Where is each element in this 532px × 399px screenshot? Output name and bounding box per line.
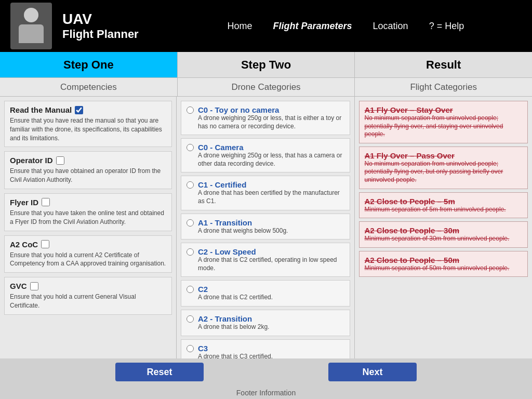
competency-name: A2 CoC [10,240,38,249]
footer-info: Footer Information [0,385,532,399]
brand-line2: Flight Planner [62,28,139,41]
subheader-drone: Drone Categories [177,78,355,96]
flight-name: A1 Fly Over – Stay Over [365,105,523,114]
main-content: Read the Manual Ensure that you have rea… [0,97,532,358]
competency-desc: Ensure that you hold a current A2 Certif… [10,251,166,269]
subheader-competencies: Competencies [0,78,177,96]
drone-desc: A drone that weighs below 500g. [198,227,288,235]
nav-help[interactable]: ? = Help [429,21,464,32]
drone-desc: A drone that is C2 certified. [198,294,273,302]
competency-title: Operator ID [10,156,166,165]
nav-flight-params[interactable]: Flight Parameters [273,21,352,32]
brand-line1: UAV [62,11,139,28]
drone-radio[interactable] [187,219,194,227]
drone-name: C0 - Camera [198,143,344,152]
competency-item: GVC Ensure that you hold a current Gener… [4,277,172,315]
flight-desc: Minimum separation of 5m from uninvolved… [365,206,523,214]
competency-title: A2 CoC [10,240,166,249]
competency-checkbox[interactable] [42,198,50,206]
step-one[interactable]: Step One [0,52,177,77]
drone-item: A1 - Transition A drone that weighs belo… [181,214,350,240]
competency-desc: Ensure that you have obtained an operato… [10,167,166,184]
drone-item: C3 A drone that is C3 certified. [181,339,350,358]
competency-item: Flyer ID Ensure that you have taken the … [4,193,172,231]
drone-radio[interactable] [187,315,194,323]
drone-name: C3 [198,344,273,353]
flight-desc: No minimum separation from uninvolved pe… [365,114,523,139]
step-two[interactable]: Step Two [178,52,355,77]
next-button[interactable]: Next [328,363,417,381]
footer-buttons: Reset Next [0,358,532,385]
flight-name: A2 Close to People – 30m [365,226,523,235]
competency-title: GVC [10,282,166,290]
drone-radio[interactable] [187,286,194,293]
competency-desc: Ensure that you have read the manual so … [10,116,166,142]
drone-name: C2 [198,285,273,294]
flight-name: A1 Fly Over – Pass Over [365,151,523,160]
drone-desc: A drone that is C3 certified. [198,353,273,358]
reset-button[interactable]: Reset [115,363,204,381]
competency-title: Read the Manual [10,105,166,114]
competency-name: Read the Manual [10,105,72,114]
drone-item: C2 A drone that is C2 certified. [181,280,350,307]
flight-item: A2 Close to People – 30m Minimum separat… [359,221,528,248]
flight-desc: No minimum separation from uninvolved pe… [365,160,523,184]
competency-checkbox[interactable] [56,156,64,165]
competency-checkbox[interactable] [41,240,49,248]
flight-desc: Minimum separation of 30m from uninvolve… [365,235,523,243]
drone-name: A2 - Transition [198,314,269,323]
drone-desc: A drone weighing 250g or less, that has … [198,152,344,168]
flight-item: A1 Fly Over – Pass Over No minimum separ… [359,147,528,189]
flight-name: A2 Close to People – 50m [365,256,523,264]
drone-item: C2 - Low Speed A drone that is C2 certif… [181,243,350,277]
drone-radio[interactable] [187,181,194,189]
header: UAV Flight Planner Home Flight Parameter… [0,0,532,52]
competency-name: GVC [10,282,27,290]
drone-radio[interactable] [187,248,194,256]
subheader-flight: Flight Categories [354,78,532,96]
competency-desc: Ensure that you have taken the online te… [10,209,166,227]
flight-item: A2 Close to People – 5m Minimum separati… [359,192,528,219]
competency-name: Operator ID [10,156,53,165]
drone-item: C0 - Toy or no camera A drone weighing 2… [181,101,350,135]
competency-checkbox[interactable] [30,282,38,290]
drone-name: A1 - Transition [198,218,288,227]
flight-desc: Minimum separation of 50m from uninvolve… [365,264,523,273]
drone-column: C0 - Toy or no camera A drone weighing 2… [177,97,355,358]
competency-item: Operator ID Ensure that you have obtaine… [4,151,172,189]
drone-desc: A drone that is below 2kg. [198,323,269,331]
brand: UAV Flight Planner [62,11,139,41]
drone-item: C0 - Camera A drone weighing 250g or les… [181,138,350,172]
competency-item: A2 CoC Ensure that you hold a current A2… [4,235,172,273]
competencies-column: Read the Manual Ensure that you have rea… [0,97,177,358]
drone-desc: A drone weighing 250g or less, that is e… [198,114,344,130]
drone-desc: A drone that is C2 certified, operating … [198,256,344,272]
subheader: Competencies Drone Categories Flight Cat… [0,78,532,97]
steps-bar: Step One Step Two Result [0,52,532,78]
drone-radio[interactable] [187,107,194,114]
nav: Home Flight Parameters Location ? = Help [170,21,522,32]
avatar [10,3,52,49]
drone-desc: A drone that has been certified by the m… [198,189,344,205]
competency-title: Flyer ID [10,198,166,207]
competency-desc: Ensure that you hold a current General V… [10,292,166,310]
drone-radio[interactable] [187,345,194,352]
nav-home[interactable]: Home [228,21,252,32]
drone-item: A2 - Transition A drone that is below 2k… [181,310,350,336]
nav-location[interactable]: Location [373,21,408,32]
flight-column: A1 Fly Over – Stay Over No minimum separ… [355,97,533,358]
drone-name: C0 - Toy or no camera [198,105,344,114]
drone-radio[interactable] [187,144,194,151]
drone-name: C1 - Certified [198,180,344,189]
flight-item: A1 Fly Over – Stay Over No minimum separ… [359,101,528,143]
flight-name: A2 Close to People – 5m [365,197,523,206]
step-result[interactable]: Result [355,52,532,77]
competency-item: Read the Manual Ensure that you have rea… [4,101,172,147]
competency-checkbox[interactable] [75,106,83,114]
drone-name: C2 - Low Speed [198,247,344,256]
flight-item: A2 Close to People – 50m Minimum separat… [359,251,528,277]
competency-name: Flyer ID [10,198,38,207]
drone-item: C1 - Certified A drone that has been cer… [181,176,350,210]
